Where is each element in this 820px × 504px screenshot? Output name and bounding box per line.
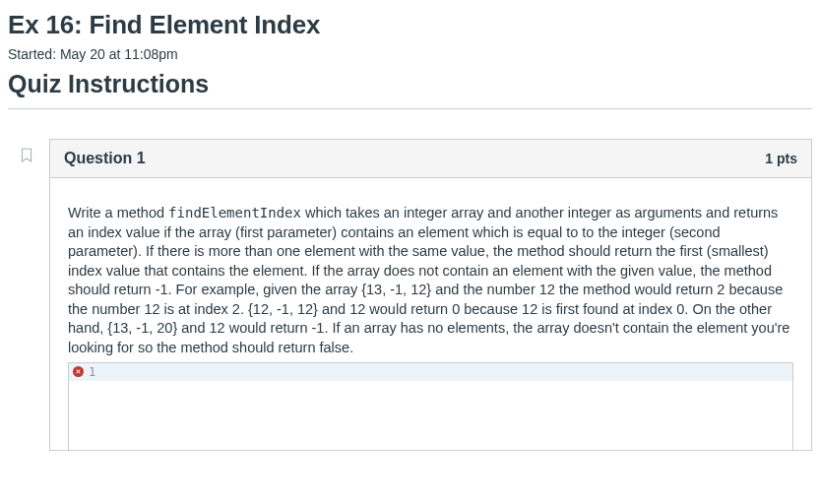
prompt-text-post: which takes an integer array and another… xyxy=(68,205,789,355)
divider xyxy=(8,108,812,109)
question-container: Question 1 1 pts Write a method findElem… xyxy=(8,139,812,451)
instructions-heading: Quiz Instructions xyxy=(8,70,812,98)
started-timestamp: Started: May 20 at 11:08pm xyxy=(8,46,812,62)
page-title: Ex 16: Find Element Index xyxy=(8,10,812,40)
code-editor[interactable]: ✕ 1 xyxy=(68,362,793,450)
editor-empty-area[interactable] xyxy=(69,381,792,450)
editor-line-1[interactable]: ✕ 1 xyxy=(69,363,792,381)
question-box: Question 1 1 pts Write a method findElem… xyxy=(49,139,812,451)
editor-line-content[interactable] xyxy=(104,363,792,381)
editor-gutter: ✕ 1 xyxy=(69,363,104,381)
question-label: Question 1 xyxy=(64,150,146,167)
line-number: 1 xyxy=(89,365,95,379)
bookmark-flag-icon xyxy=(18,147,35,164)
question-points: 1 pts xyxy=(765,151,797,166)
question-body: Write a method findElementIndex which ta… xyxy=(50,178,811,450)
prompt-code-token: findElementIndex xyxy=(168,205,301,220)
question-prompt: Write a method findElementIndex which ta… xyxy=(68,204,793,358)
question-header: Question 1 1 pts xyxy=(50,140,811,178)
flag-question-button[interactable] xyxy=(18,139,35,164)
error-icon: ✕ xyxy=(73,366,84,377)
prompt-text-pre: Write a method xyxy=(68,205,168,220)
